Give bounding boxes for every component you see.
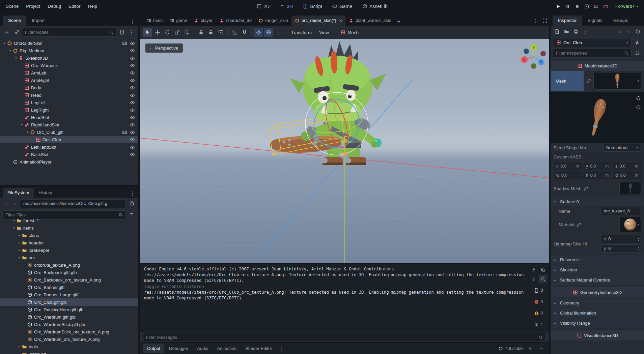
rotate-mode-button[interactable]	[163, 28, 172, 37]
scene-tree-node[interactable]: ArmLeft	[0, 69, 138, 77]
scene-tree-node[interactable]: ▾Rig_Medium	[0, 47, 138, 54]
perspective-menu[interactable]: ⋮ Perspective	[145, 43, 183, 53]
workspace-game[interactable]: Game	[328, 2, 356, 11]
property-filter-input[interactable]	[556, 51, 622, 56]
fs-tab-history[interactable]: History	[34, 188, 57, 198]
group-global-illumination[interactable]: ▸ Global Illumination	[551, 308, 644, 318]
lightmap-x-spinner[interactable]: x0 ▴▾	[600, 235, 641, 243]
scene-tab-player[interactable]: player	[191, 16, 216, 26]
history-back-button[interactable]: ‹	[617, 27, 624, 35]
scene-dock-menu-button[interactable]: ⋮	[128, 17, 137, 26]
movie-maker-button[interactable]	[601, 2, 610, 11]
dock-tab-import[interactable]: Import	[26, 16, 50, 26]
message-count-toggle[interactable]: 3	[532, 286, 545, 295]
spinner-arrows-icon[interactable]: ▴▾	[638, 237, 639, 242]
fs-forward-button[interactable]: ›	[11, 200, 19, 208]
scene-tree-node[interactable]: ▾OrcRaiderSkin	[0, 39, 138, 47]
preview-sun-toggle[interactable]	[254, 28, 263, 37]
fs-item[interactable]: orcbrute_texture_A.png	[0, 261, 138, 269]
fs-item[interactable]: Orc_DrinkingHorn.gltf.glb	[0, 306, 138, 313]
object-tools-button[interactable]	[633, 38, 642, 47]
aabb-h-field[interactable]: h0.0m	[583, 171, 612, 179]
transform-menu[interactable]: Transform	[288, 28, 315, 37]
dock-tab-signals[interactable]: Signals	[582, 16, 608, 26]
save-resource-button[interactable]	[571, 27, 580, 36]
visibility-eye-icon[interactable]	[130, 152, 135, 157]
view-menu[interactable]: View	[316, 28, 332, 37]
fs-item[interactable]: Orc_Wardrum_orc_texture_A.png	[0, 335, 138, 343]
history-button[interactable]	[633, 27, 642, 36]
error-count-toggle[interactable]: 0	[532, 297, 545, 306]
scale-mode-button[interactable]	[172, 28, 181, 37]
pin-bottom-panel-button[interactable]	[526, 344, 535, 353]
scene-tree-node[interactable]: BackSlot	[0, 151, 138, 158]
scene-tree-node[interactable]: Orc_Club	[0, 136, 138, 143]
snap-toggle-button[interactable]	[240, 28, 249, 37]
collapse-duplicates-button[interactable]	[530, 275, 538, 283]
scene-filter-input[interactable]	[25, 30, 107, 35]
dock-tab-inspector[interactable]: Inspector	[553, 16, 582, 26]
property-options-button[interactable]	[633, 49, 642, 57]
output-filter-input[interactable]	[146, 335, 536, 340]
link-icon[interactable]	[586, 79, 591, 84]
menu-editor[interactable]: Editor	[65, 2, 84, 10]
tree-arrow-icon[interactable]: ▾	[2, 41, 7, 45]
visibility-eye-icon[interactable]	[130, 48, 135, 53]
edited-object-select[interactable]: Orc_Club ▾	[553, 38, 632, 47]
tree-arrow-icon[interactable]: ▾	[11, 226, 17, 230]
new-scene-tab-button[interactable]	[395, 17, 403, 26]
tree-arrow-icon[interactable]: ▾	[17, 256, 22, 259]
link-icon[interactable]	[576, 222, 581, 227]
new-resource-button[interactable]	[553, 27, 561, 36]
aabb-w-field[interactable]: w0.0	[554, 171, 582, 179]
scene-tree-node[interactable]: LeftHandSlot	[0, 143, 138, 151]
fs-item[interactable]: Orc_WardrumStick.gltf.glb	[0, 321, 138, 328]
preview-environment-toggle[interactable]	[264, 28, 273, 37]
visibility-eye-icon[interactable]	[130, 145, 135, 150]
surface-0-group[interactable]: ▾ Surface 0	[551, 197, 644, 206]
blend-shape-mode-select[interactable]: Normalized ▾	[603, 144, 641, 152]
mesh-menu[interactable]: Mesh	[337, 28, 362, 37]
select-mode-button[interactable]	[143, 28, 152, 37]
group-selected-button[interactable]	[216, 28, 225, 37]
save-log-button[interactable]	[530, 266, 538, 274]
sun-environment-menu-button[interactable]: ⋮	[274, 28, 283, 37]
play-custom-scene-button[interactable]	[592, 2, 600, 11]
viewport-3d-scene[interactable]: Y X Z	[140, 39, 549, 263]
bottom-tab-debugger[interactable]: Debugger	[165, 344, 192, 353]
group-geometry[interactable]: ▸ Geometry	[551, 298, 644, 307]
visibility-eye-icon[interactable]	[130, 122, 135, 127]
visibility-eye-icon[interactable]	[130, 137, 135, 142]
fs-item[interactable]: ▾orc	[0, 254, 138, 261]
group-resource[interactable]: ▸ Resource	[551, 255, 644, 264]
renderer-select[interactable]: Forward+ ▾	[613, 3, 640, 9]
menu-debug[interactable]: Debug	[44, 2, 65, 10]
fs-item[interactable]: Orc_Club.gltf.glb	[0, 298, 138, 306]
workspace-2d[interactable]: 2D	[252, 2, 274, 11]
preview-light-2-toggle[interactable]	[635, 104, 642, 111]
warning-count-toggle[interactable]: 0	[532, 309, 545, 318]
orientation-gizmo[interactable]: Y X Z	[521, 44, 546, 69]
show-search-button[interactable]	[539, 275, 547, 283]
tree-arrow-icon[interactable]: ▾	[11, 219, 17, 222]
output-log[interactable]: Godot Engine v4.6.stable.official (c) 20…	[140, 264, 528, 332]
scene-tab-orc_raider_skin[interactable]: orc_raider_skin(*)×	[291, 16, 345, 26]
visibility-eye-icon[interactable]	[130, 56, 135, 61]
mesh-property-label[interactable]: Mesh	[551, 71, 584, 91]
workspace-3d[interactable]: 3D	[276, 2, 297, 11]
visibility-eye-icon[interactable]	[130, 108, 135, 113]
tree-arrow-icon[interactable]: ▾	[13, 56, 19, 60]
attach-script-button[interactable]	[117, 28, 126, 36]
tree-arrow-icon[interactable]: ▸	[17, 248, 22, 252]
play-button[interactable]	[554, 2, 563, 11]
scene-tab-ranger_skin[interactable]: ranger_skin	[255, 16, 291, 26]
ruler-mode-button[interactable]	[230, 28, 239, 37]
visibility-eye-icon[interactable]	[130, 93, 135, 98]
scene-tree-node[interactable]: HeadSlot	[0, 114, 138, 121]
visibility-eye-icon[interactable]	[130, 63, 135, 68]
fs-item[interactable]: Orc_WardrumStick_orc_texture_A.png	[0, 328, 138, 335]
aabb-z-field[interactable]: z0.0m	[613, 162, 641, 170]
tree-arrow-icon[interactable]: ▾	[19, 123, 24, 126]
bottom-tab-animation[interactable]: Animation	[213, 344, 241, 353]
scene-tab-main[interactable]: main	[143, 16, 166, 26]
